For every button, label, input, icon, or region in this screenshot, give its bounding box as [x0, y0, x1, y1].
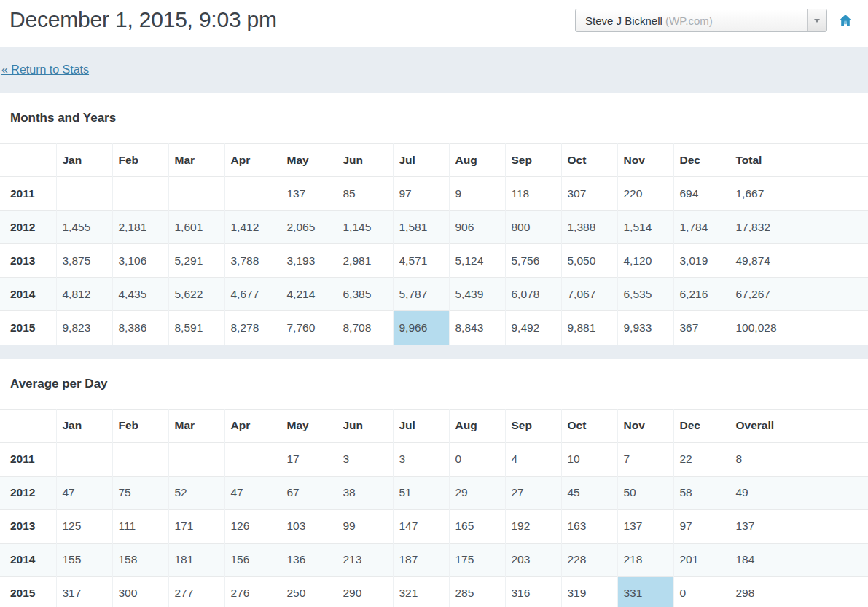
- column-header: Oct: [561, 409, 617, 442]
- months-and-years-section: Months and Years JanFebMarAprMayJunJulAu…: [0, 111, 868, 345]
- table-cell: 1,455: [56, 211, 112, 244]
- column-header: Overall: [730, 409, 868, 442]
- table-cell: 75: [112, 476, 168, 509]
- table-cell: 147: [393, 509, 449, 543]
- table-cell: 10: [561, 442, 617, 476]
- table-cell: 7,067: [561, 278, 617, 311]
- column-header: Oct: [561, 144, 617, 177]
- highlighted-cell: 331: [617, 576, 673, 607]
- table-cell: 285: [449, 576, 505, 607]
- table-row: 2014155158181156136213187175203228218201…: [0, 543, 868, 576]
- table-cell: 49: [730, 476, 868, 509]
- table-cell: 118: [505, 177, 561, 211]
- table-cell: 29: [449, 476, 505, 509]
- table-cell: 213: [337, 543, 393, 576]
- table-cell: 3: [337, 442, 393, 476]
- table-cell: [112, 177, 168, 211]
- table-cell: 165: [449, 509, 505, 543]
- table-cell: 171: [168, 509, 224, 543]
- table-cell: 9: [449, 177, 505, 211]
- table-cell: [224, 442, 281, 476]
- table-cell: 1,388: [561, 211, 617, 244]
- table-cell: 218: [617, 543, 673, 576]
- chevron-down-icon[interactable]: [807, 9, 826, 31]
- table-cell: 125: [56, 509, 112, 543]
- column-header: Jun: [337, 144, 393, 177]
- table-cell: 3,788: [224, 244, 281, 278]
- row-year-label: 2014: [0, 543, 56, 576]
- table-cell: 49,874: [730, 244, 868, 278]
- table-cell: 2,181: [112, 211, 168, 244]
- header-controls: Steve J Bicknell (WP.com): [575, 9, 852, 32]
- table-cell: [56, 442, 112, 476]
- column-header: Nov: [617, 409, 673, 442]
- table-cell: 6,535: [617, 278, 673, 311]
- table-cell: 17: [281, 442, 337, 476]
- table-cell: 1,145: [337, 211, 393, 244]
- table-cell: 8,843: [449, 311, 505, 345]
- row-year-label: 2012: [0, 211, 56, 244]
- table-cell: 9,492: [505, 311, 561, 345]
- row-year-label: 2015: [0, 576, 56, 607]
- table-cell: 4,812: [56, 278, 112, 311]
- table-cell: 7,760: [281, 311, 337, 345]
- table-cell: 97: [393, 177, 449, 211]
- table-cell: 300: [112, 576, 168, 607]
- table-cell: [168, 442, 224, 476]
- year-column-header: [0, 144, 56, 177]
- table-cell: 1,784: [673, 211, 730, 244]
- row-year-label: 2011: [0, 177, 56, 211]
- table-cell: 4,120: [617, 244, 673, 278]
- table-row: 20144,8124,4355,6224,6774,2146,3855,7875…: [0, 278, 868, 311]
- return-to-stats-link[interactable]: « Return to Stats: [1, 63, 89, 77]
- table-cell: [56, 177, 112, 211]
- months-table-title: Months and Years: [10, 111, 868, 125]
- table-cell: 694: [673, 177, 730, 211]
- table-cell: 192: [505, 509, 561, 543]
- site-selector-value: Steve J Bicknell (WP.com): [576, 15, 713, 27]
- avg-table-title: Average per Day: [10, 377, 868, 391]
- table-cell: 276: [224, 576, 281, 607]
- table-cell: 5,291: [168, 244, 224, 278]
- column-header: Jun: [337, 409, 393, 442]
- site-selector-name: Steve J Bicknell: [585, 15, 662, 27]
- table-cell: 317: [56, 576, 112, 607]
- table-cell: 5,124: [449, 244, 505, 278]
- table-cell: 321: [393, 576, 449, 607]
- table-cell: 4: [505, 442, 561, 476]
- table-cell: 220: [617, 177, 673, 211]
- table-cell: 6,216: [673, 278, 730, 311]
- column-header: Feb: [112, 144, 168, 177]
- table-cell: 126: [224, 509, 281, 543]
- column-header: May: [281, 144, 337, 177]
- table-cell: 367: [673, 311, 730, 345]
- table-cell: 9,823: [56, 311, 112, 345]
- table-cell: [168, 177, 224, 211]
- table-row: 2011173304107228: [0, 442, 868, 476]
- table-cell: 187: [393, 543, 449, 576]
- table-row: 20121,4552,1811,6011,4122,0651,1451,5819…: [0, 211, 868, 244]
- table-cell: 137: [281, 177, 337, 211]
- table-cell: [112, 442, 168, 476]
- table-cell: 184: [730, 543, 868, 576]
- highlighted-cell: 9,966: [393, 311, 449, 345]
- site-selector-dropdown[interactable]: Steve J Bicknell (WP.com): [575, 9, 827, 32]
- table-cell: 175: [449, 543, 505, 576]
- year-column-header: [0, 409, 56, 442]
- table-cell: 906: [449, 211, 505, 244]
- column-header: May: [281, 409, 337, 442]
- table-cell: 1,514: [617, 211, 673, 244]
- column-header: Nov: [617, 144, 673, 177]
- table-cell: 3,019: [673, 244, 730, 278]
- table-cell: 298: [730, 576, 868, 607]
- table-cell: [224, 177, 281, 211]
- months-and-years-table: JanFebMarAprMayJunJulAugSepOctNovDecTota…: [0, 143, 868, 345]
- table-cell: 228: [561, 543, 617, 576]
- table-cell: 163: [561, 509, 617, 543]
- header-row: JanFebMarAprMayJunJulAugSepOctNovDecTota…: [0, 144, 868, 177]
- column-header: Total: [730, 144, 868, 177]
- table-cell: 800: [505, 211, 561, 244]
- home-icon[interactable]: [839, 14, 852, 27]
- table-cell: 4,571: [393, 244, 449, 278]
- column-header: Apr: [224, 144, 281, 177]
